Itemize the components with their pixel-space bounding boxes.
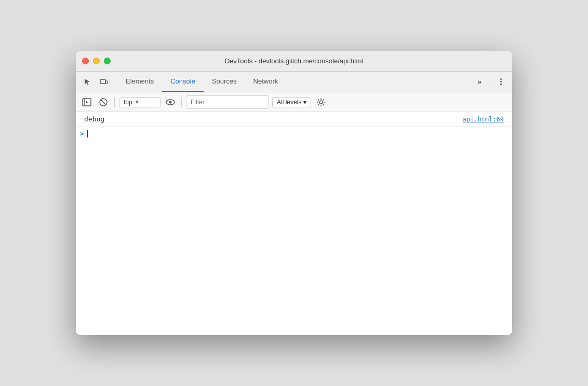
traffic-lights xyxy=(82,58,111,64)
tab-network[interactable]: Network xyxy=(245,72,287,92)
console-content: debug api.html:69 > xyxy=(76,112,512,335)
maximize-button[interactable] xyxy=(104,58,111,64)
svg-point-8 xyxy=(169,101,172,103)
levels-dropdown[interactable]: All levels ▾ xyxy=(272,97,311,107)
divider xyxy=(490,77,490,87)
console-cursor xyxy=(87,130,88,137)
settings-button[interactable] xyxy=(314,95,328,109)
tabs-list: Elements Console Sources Network xyxy=(117,72,468,92)
sidebar-icon xyxy=(82,98,91,106)
toolbar-divider-2 xyxy=(181,97,182,107)
tab-console[interactable]: Console xyxy=(162,72,204,92)
console-input-row: > xyxy=(76,127,512,141)
eye-icon xyxy=(166,99,175,106)
menu-button[interactable] xyxy=(493,75,508,89)
eye-button[interactable] xyxy=(164,95,177,109)
log-text: debug xyxy=(84,115,104,123)
cursor-icon xyxy=(83,78,91,86)
responsive-icon xyxy=(100,78,108,86)
tab-icons xyxy=(80,72,117,92)
close-button[interactable] xyxy=(82,58,89,64)
clear-console-button[interactable] xyxy=(97,95,110,109)
log-source-link[interactable]: api.html:69 xyxy=(463,116,504,123)
svg-marker-4 xyxy=(86,101,88,103)
toolbar-divider-1 xyxy=(114,97,115,107)
gear-icon xyxy=(316,98,326,107)
console-toolbar: top ▼ All levels ▾ xyxy=(76,92,512,112)
tab-sources[interactable]: Sources xyxy=(204,72,245,92)
console-prompt: > xyxy=(80,130,84,137)
console-log-entry: debug api.html:69 xyxy=(76,112,512,127)
tab-elements[interactable]: Elements xyxy=(117,72,162,92)
responsive-icon-button[interactable] xyxy=(97,75,111,89)
tabs-bar: Elements Console Sources Network » xyxy=(76,72,512,92)
window-title: DevTools - devtools.glitch.me/console/ap… xyxy=(76,57,512,65)
more-tabs-button[interactable]: » xyxy=(472,75,487,89)
minimize-button[interactable] xyxy=(93,58,100,64)
tabs-right: » xyxy=(468,72,508,92)
cursor-icon-button[interactable] xyxy=(80,75,95,89)
three-dots-icon xyxy=(500,78,502,85)
devtools-window: DevTools - devtools.glitch.me/console/ap… xyxy=(76,51,512,335)
clear-icon xyxy=(99,98,108,106)
svg-line-6 xyxy=(101,99,106,105)
sidebar-toggle-button[interactable] xyxy=(80,95,93,109)
svg-point-9 xyxy=(319,101,323,104)
context-selector[interactable]: top ▼ xyxy=(119,97,161,107)
filter-input[interactable] xyxy=(186,95,269,109)
title-bar: DevTools - devtools.glitch.me/console/ap… xyxy=(76,51,512,72)
svg-rect-0 xyxy=(100,79,105,84)
